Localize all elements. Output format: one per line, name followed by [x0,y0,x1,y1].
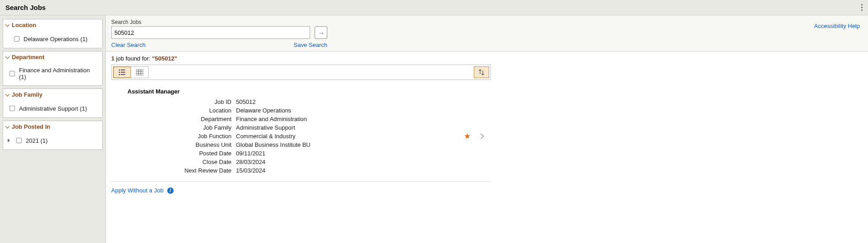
facet-job-family: Job Family Administrative Support (1) [3,89,103,118]
page-title: Search Jobs [5,4,46,11]
svg-point-4 [119,74,120,75]
field-value: 15/03/2024 [236,167,265,174]
facet-job-family-header[interactable]: Job Family [3,89,102,100]
svg-rect-3 [121,72,125,73]
facet-title: Location [12,22,36,28]
facet-title: Job Posted In [12,123,50,130]
sort-icon [478,69,485,76]
field-value: 09/11/2021 [236,150,265,157]
apply-without-job-link[interactable]: Apply Without a Job [111,187,164,194]
svg-rect-1 [121,70,125,70]
facet-checkbox[interactable] [14,36,19,42]
facet-label: 2021 (1) [26,137,47,144]
chevron-right-icon[interactable] [478,133,484,139]
result-count: 1 job found for: "505012" [111,55,863,62]
facet-title: Job Family [12,91,42,98]
results-area: 1 job found for: "505012" [106,51,868,197]
facet-title: Department [12,54,44,61]
result-term: "505012" [152,55,177,62]
favorite-star-icon[interactable]: ★ [464,131,471,141]
facet-posted-in: Job Posted In 2021 (1) [3,121,103,150]
sort-button[interactable] [474,66,489,78]
results-toolbar [111,65,491,80]
main-content: Accessibility Help Search Jobs Clear Sea… [105,15,868,243]
facet-label: Administrative Support (1) [19,105,87,112]
field-value: 505012 [236,98,255,105]
svg-point-2 [119,72,120,73]
result-count-suffix: job found for: [114,55,152,62]
field-label: Job ID [127,98,236,105]
expand-icon[interactable] [8,139,10,142]
list-icon [118,69,126,75]
field-label: Job Function [127,133,236,140]
chevron-down-icon [5,55,10,59]
view-grid-button[interactable] [131,66,149,78]
facet-checkbox[interactable] [16,138,22,143]
facet-location-header[interactable]: Location [3,19,102,31]
field-value: Commercial & Industry [236,133,295,140]
accessibility-help-link[interactable]: Accessibility Help [814,23,860,29]
clear-search-link[interactable]: Clear Search [111,42,146,48]
facet-option[interactable]: Finance and Administration (1) [8,65,99,82]
search-input[interactable] [111,26,310,39]
info-icon[interactable]: i [167,187,174,194]
facet-department-header[interactable]: Department [3,51,102,63]
view-list-button[interactable] [113,66,131,78]
chevron-down-icon [5,92,10,97]
facet-checkbox[interactable] [9,71,15,76]
facet-location: Location Delaware Operations (1) [3,19,103,48]
field-value: Administrative Support [236,124,295,131]
field-label: Close Date [127,159,236,165]
facet-label: Finance and Administration (1) [19,67,99,80]
field-value: Finance and Administration [236,116,307,122]
svg-rect-5 [121,74,125,75]
field-label: Location [127,107,236,114]
facet-option[interactable]: Administrative Support (1) [8,103,99,114]
facet-department: Department Finance and Administration (1… [3,51,103,86]
facet-checkbox[interactable] [9,106,15,111]
facet-option[interactable]: Delaware Operations (1) [12,33,99,44]
svg-rect-6 [136,69,143,75]
facet-option[interactable]: 2021 (1) [8,135,99,146]
facet-sidebar: Location Delaware Operations (1) Departm… [0,15,105,243]
field-value: Global Business Institute BU [236,141,311,148]
arrow-right-icon [318,30,324,35]
field-value: Delaware Operations [236,107,291,114]
search-go-button[interactable] [315,26,327,39]
svg-point-0 [119,70,120,71]
grid-icon [136,69,143,75]
field-label: Posted Date [127,150,236,157]
search-label: Search Jobs [111,19,863,25]
actions-menu-icon[interactable] [861,4,863,11]
field-label: Department [127,116,236,122]
save-search-link[interactable]: Save Search [294,42,327,48]
job-fields: Job ID505012 LocationDelaware Operations… [127,98,311,175]
field-label: Next Review Date [127,167,236,174]
job-title[interactable]: Assistant Manager [127,88,491,95]
field-label: Job Family [127,124,236,131]
chevron-down-icon [5,124,10,129]
chevron-down-icon [5,23,10,27]
facet-posted-header[interactable]: Job Posted In [3,121,102,132]
facet-label: Delaware Operations (1) [24,36,88,42]
page-body: Location Delaware Operations (1) Departm… [0,15,868,243]
field-label: Business Unit [127,141,236,148]
job-card: Assistant Manager Job ID505012 LocationD… [111,85,491,182]
page-header: Search Jobs [0,0,868,15]
field-value: 28/03/2024 [236,159,265,165]
search-area: Search Jobs Clear Search Save Search [106,15,868,51]
